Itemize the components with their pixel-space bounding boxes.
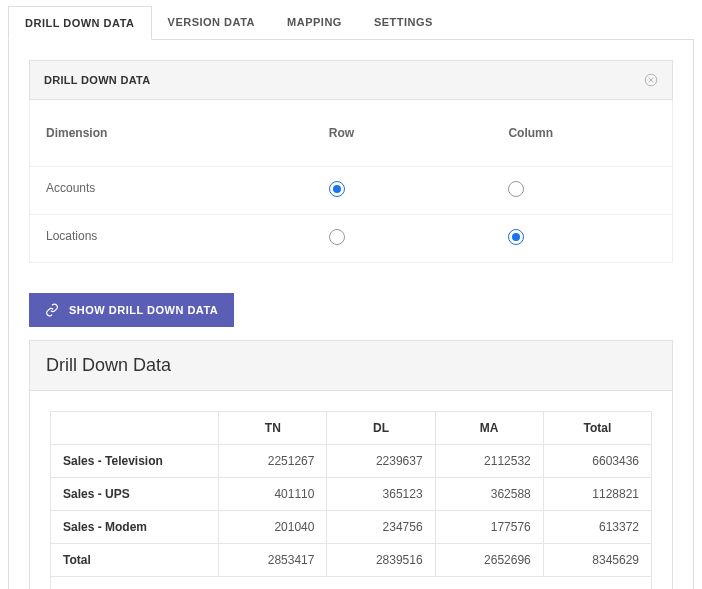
table-row: Total2853417283951626526968345629 [51,544,652,577]
table-cell: 177576 [435,511,543,544]
table-cell: 2112532 [435,445,543,478]
table-cell: 234756 [327,511,435,544]
data-table-title: Drill Down Data [30,341,672,391]
dim-header-dimension: Dimension [30,112,313,154]
row-label: Total [51,544,219,577]
dim-accounts-label: Accounts [30,167,313,214]
radio-accounts-column[interactable] [508,181,524,197]
col-ma: MA [435,412,543,445]
tab-mapping[interactable]: MAPPING [271,6,358,39]
radio-accounts-row[interactable] [329,181,345,197]
row-label: Sales - Modem [51,511,219,544]
col-total: Total [543,412,651,445]
table-row: Sales - Modem201040234756177576613372 [51,511,652,544]
dim-locations-label: Locations [30,215,313,262]
table-cell: 401110 [219,478,327,511]
table-cell: 2239637 [327,445,435,478]
tab-bar: DRILL DOWN DATA VERSION DATA MAPPING SET… [8,6,694,40]
panel-header: DRILL DOWN DATA [29,60,673,100]
radio-locations-row[interactable] [329,229,345,245]
table-cell: 365123 [327,478,435,511]
table-cell: 362588 [435,478,543,511]
tab-settings[interactable]: SETTINGS [358,6,449,39]
table-cell: 2839516 [327,544,435,577]
col-tn: TN [219,412,327,445]
table-cell: 8345629 [543,544,651,577]
close-icon[interactable] [644,73,658,87]
table-cell: 2251267 [219,445,327,478]
table-cell: 2853417 [219,544,327,577]
table-cell: 613372 [543,511,651,544]
row-label: Sales - UPS [51,478,219,511]
table-cell: 6603436 [543,445,651,478]
panel-title: DRILL DOWN DATA [44,74,151,86]
dimension-grid: Dimension Row Column Accounts Locations [29,100,673,263]
show-button-label: SHOW DRILL DOWN DATA [69,304,218,316]
row-label: Sales - Television [51,445,219,478]
table-row: Sales - UPS4011103651233625881128821 [51,478,652,511]
show-drill-down-button[interactable]: SHOW DRILL DOWN DATA [29,293,234,327]
dim-header-row: Row [313,112,493,154]
tab-version[interactable]: VERSION DATA [152,6,272,39]
col-dl: DL [327,412,435,445]
drill-down-table: TN DL MA Total Sales - Television2251267… [50,411,652,589]
dim-header-column: Column [492,112,672,154]
link-icon [45,303,59,317]
table-row: Sales - Television2251267223963721125326… [51,445,652,478]
tab-drilldown[interactable]: DRILL DOWN DATA [8,6,152,40]
table-cell: 1128821 [543,478,651,511]
table-cell: 2652696 [435,544,543,577]
radio-locations-column[interactable] [508,229,524,245]
table-cell: 201040 [219,511,327,544]
